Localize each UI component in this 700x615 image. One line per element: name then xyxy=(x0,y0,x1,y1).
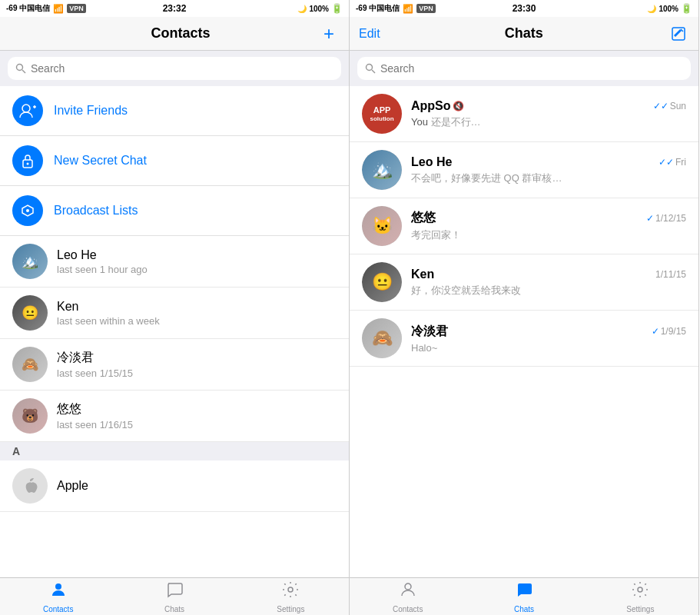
left-tab-contacts-label: Contacts xyxy=(43,605,73,613)
right-tab-settings[interactable]: Settings xyxy=(582,578,698,615)
svg-line-1 xyxy=(22,70,25,73)
left-tab-chats-label: Chats xyxy=(164,605,184,613)
left-tab-chats[interactable]: Chats xyxy=(116,578,232,615)
contact-info-leo-he: Leo He last seen 1 hour ago xyxy=(57,248,148,275)
contact-avatar-apple xyxy=(12,468,48,504)
chat-item-leo-he[interactable]: 🏔️ Leo He ✓✓ Fri 不会吧，好像要先进 QQ 群审核… xyxy=(350,142,698,198)
svg-line-12 xyxy=(372,70,375,73)
appso-mute-icon: 🔇 xyxy=(453,101,464,111)
chat-name-leo-he: Leo He xyxy=(411,155,452,169)
svg-point-14 xyxy=(638,587,642,592)
broadcast-lists-item[interactable]: Broadcast Lists xyxy=(0,186,349,236)
broadcast-lists-icon xyxy=(12,195,43,226)
left-tab-bar: Contacts Chats Settings xyxy=(0,577,349,615)
left-vpn-badge: VPN xyxy=(67,4,86,13)
left-search-icon xyxy=(15,63,26,74)
contact-sub-youyou: last seen 1/16/15 xyxy=(57,419,133,430)
add-contact-button[interactable]: + xyxy=(318,23,340,45)
svg-point-7 xyxy=(26,209,29,212)
chat-time-ken: 1/11/15 xyxy=(655,269,686,280)
contact-item-leo-he[interactable]: 🏔️ Leo He last seen 1 hour ago xyxy=(0,236,349,288)
left-signal: -69 中国电信 xyxy=(6,3,50,14)
left-tab-settings[interactable]: Settings xyxy=(233,578,349,615)
chat-avatar-leo-he: 🏔️ xyxy=(362,150,402,190)
left-status-left: -69 中国电信 📶 VPN xyxy=(6,3,86,14)
contact-sub-ken: last seen within a week xyxy=(57,315,160,327)
new-secret-chat-item[interactable]: New Secret Chat xyxy=(0,136,349,186)
contact-name-lengdan: 冷淡君 xyxy=(57,350,133,366)
right-wifi-icon: 📶 xyxy=(403,4,413,14)
right-tab-contacts-label: Contacts xyxy=(393,605,423,613)
right-tab-settings-icon xyxy=(631,580,649,603)
right-tab-chats-icon xyxy=(515,580,533,603)
contact-avatar-youyou: 🐻 xyxy=(12,398,48,434)
left-time: 23:32 xyxy=(163,3,187,14)
right-status-right: 🌙 100% 🔋 xyxy=(647,3,692,14)
contacts-list: Invite Friends New Secret Chat Broadc xyxy=(0,86,349,577)
right-search-bar[interactable] xyxy=(357,57,691,80)
chat-item-youyou[interactable]: 🐱 悠悠 ✓ 1/12/15 考完回家！ xyxy=(350,198,698,254)
right-moon-icon: 🌙 xyxy=(647,5,656,13)
chat-name-youyou: 悠悠 xyxy=(411,210,436,226)
chat-preview-lengdan: Halo~ xyxy=(411,342,437,354)
chat-preview-youyou: 考完回家！ xyxy=(411,228,461,242)
right-nav-bar: Edit Chats xyxy=(350,17,698,51)
section-header-a: A xyxy=(0,442,349,460)
contacts-title: Contacts xyxy=(151,25,210,42)
right-vpn-badge: VPN xyxy=(416,4,436,13)
chat-preview-appso: You 还是不行… xyxy=(411,115,481,129)
right-search-icon xyxy=(365,63,376,74)
left-tab-settings-icon xyxy=(281,580,300,603)
chat-item-lengdan[interactable]: 🙈 冷淡君 ✓ 1/9/15 Halo~ xyxy=(350,311,698,367)
right-tab-contacts[interactable]: Contacts xyxy=(350,578,466,615)
chat-body-appso: AppSo 🔇 ✓✓ Sun You 还是不行… xyxy=(411,99,686,129)
chat-time-lengdan: 1/9/15 xyxy=(661,326,686,337)
chat-time-appso: Sun xyxy=(670,101,686,111)
chat-name-ken: Ken xyxy=(411,268,434,281)
chat-body-leo-he: Leo He ✓✓ Fri 不会吧，好像要先进 QQ 群审核… xyxy=(411,155,686,185)
contact-name-ken: Ken xyxy=(57,300,160,314)
right-search-input[interactable] xyxy=(380,62,683,75)
edit-button[interactable]: Edit xyxy=(359,27,380,41)
svg-point-2 xyxy=(22,105,30,112)
contact-item-lengdan[interactable]: 🙈 冷淡君 last seen 1/15/15 xyxy=(0,339,349,391)
left-status-bar: -69 中国电信 📶 VPN 23:32 🌙 100% 🔋 xyxy=(0,0,349,17)
chat-item-appso[interactable]: APP solution AppSo 🔇 ✓✓ Sun You xyxy=(350,86,698,142)
compose-button[interactable] xyxy=(668,23,689,45)
left-status-right: 🌙 100% 🔋 xyxy=(297,3,343,14)
chats-title: Chats xyxy=(505,25,543,42)
contacts-panel: -69 中国电信 📶 VPN 23:32 🌙 100% 🔋 Contacts + xyxy=(0,0,350,615)
invite-friends-item[interactable]: Invite Friends xyxy=(0,86,349,136)
contact-name-apple: Apple xyxy=(57,479,88,493)
contact-item-youyou[interactable]: 🐻 悠悠 last seen 1/16/15 xyxy=(0,391,349,442)
svg-point-13 xyxy=(405,583,411,590)
left-search-bar[interactable] xyxy=(8,57,341,80)
contact-info-apple: Apple xyxy=(57,479,88,493)
chat-avatar-lengdan: 🙈 xyxy=(362,318,402,358)
chat-item-ken[interactable]: 😐 Ken 1/11/15 好，你没空就丢给我来改 xyxy=(350,254,698,311)
chat-preview-leo-he: 不会吧，好像要先进 QQ 群审核… xyxy=(411,171,562,185)
left-wifi-icon: 📶 xyxy=(53,4,64,14)
right-tab-settings-label: Settings xyxy=(626,605,654,613)
contact-avatar-ken: 😐 xyxy=(12,295,48,331)
left-nav-bar: Contacts + xyxy=(0,17,349,51)
left-search-input[interactable] xyxy=(31,62,333,75)
left-tab-contacts[interactable]: Contacts xyxy=(0,578,116,615)
svg-point-8 xyxy=(55,583,61,590)
new-secret-chat-label: New Secret Chat xyxy=(54,154,147,168)
contact-item-apple[interactable]: Apple xyxy=(0,460,349,512)
right-tab-chats[interactable]: Chats xyxy=(466,578,582,615)
contact-item-ken[interactable]: 😐 Ken last seen within a week xyxy=(0,288,349,339)
new-secret-chat-icon xyxy=(12,145,43,176)
svg-point-0 xyxy=(17,65,23,71)
appso-check-icon: ✓✓ xyxy=(653,101,668,111)
chat-time-youyou: 1/12/15 xyxy=(655,213,686,224)
left-tab-settings-label: Settings xyxy=(277,605,304,613)
leo-check-icon: ✓✓ xyxy=(659,157,674,168)
right-battery-icon: 🔋 xyxy=(681,3,692,14)
contact-avatar-lengdan: 🙈 xyxy=(12,347,48,382)
svg-point-6 xyxy=(27,163,29,165)
chat-body-lengdan: 冷淡君 ✓ 1/9/15 Halo~ xyxy=(411,324,686,354)
right-battery: 100% xyxy=(659,5,678,13)
right-time: 23:30 xyxy=(513,3,536,14)
